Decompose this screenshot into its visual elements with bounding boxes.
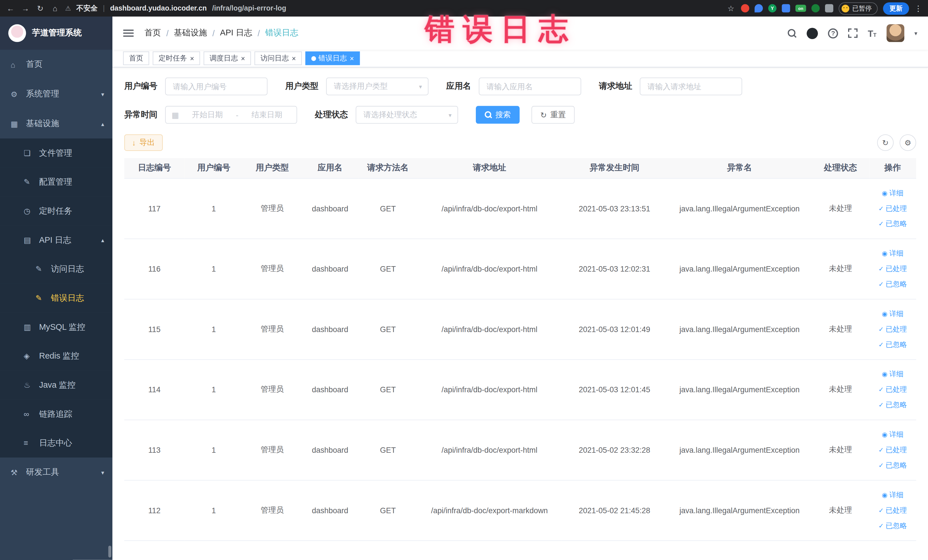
extension-pin-icon[interactable] (825, 4, 833, 12)
github-icon[interactable] (807, 27, 818, 38)
extension-green-icon[interactable]: Y (768, 4, 777, 12)
sidebar-item-3[interactable]: ❏文件管理 (0, 138, 112, 168)
action-link-0[interactable]: ◉详细 (882, 366, 904, 381)
reload-icon[interactable]: ↻ (35, 4, 45, 12)
action-link-2[interactable]: ✓已忽略 (878, 518, 907, 533)
bookmark-star-icon[interactable]: ☆ (726, 4, 736, 12)
sidebar-item-7[interactable]: ✎访问日志 (0, 255, 112, 284)
font-size-icon[interactable]: TT (868, 28, 876, 38)
breadcrumb-item[interactable]: 错误日志 (265, 28, 298, 38)
sidebar-item-0[interactable]: ⌂首页 (0, 50, 112, 79)
sidebar-item-5[interactable]: ◷定时任务 (0, 197, 112, 226)
close-icon[interactable]: × (241, 55, 245, 62)
user-id-input[interactable] (165, 78, 267, 95)
url-path[interactable]: /infra/log/api-error-log (212, 4, 286, 12)
fullscreen-icon[interactable] (849, 29, 858, 38)
action-link-2[interactable]: ✓已忽略 (878, 277, 907, 291)
sidebar-item-6[interactable]: ▤API 日志▴ (0, 225, 112, 255)
caret-down-icon: ▾ (419, 83, 422, 90)
tab-2[interactable]: 调度日志× (204, 51, 251, 65)
tab-4[interactable]: 错误日志× (305, 51, 360, 65)
action-link-0[interactable]: ◉详细 (882, 427, 904, 442)
action-link-2[interactable]: ✓已忽略 (878, 337, 907, 352)
back-icon[interactable]: ← (6, 4, 15, 12)
navbar-right: ? TT ▾ (788, 24, 917, 42)
tab-1[interactable]: 定时任务× (153, 51, 200, 65)
extension-blue-drop-icon[interactable] (754, 4, 763, 12)
user-avatar[interactable] (887, 24, 904, 42)
user-type-select[interactable]: 请选择用户类型 ▾ (326, 78, 429, 95)
hamburger-icon[interactable] (123, 30, 134, 37)
warning-icon: ⚠ (65, 5, 71, 12)
action-label: 已忽略 (885, 458, 907, 473)
action-link-0[interactable]: ◉详细 (882, 185, 904, 200)
sidebar-item-10[interactable]: ◈Redis 监控 (0, 342, 112, 371)
extension-red-icon[interactable] (741, 4, 749, 12)
sidebar-item-13[interactable]: ≡日志中心 (0, 429, 112, 458)
column-header: 异常名 (667, 158, 812, 178)
sidebar-item-14[interactable]: ⚒研发工具▾ (0, 458, 112, 487)
browser-home-icon[interactable]: ⌂ (50, 4, 60, 12)
sidebar-item-12[interactable]: ∞链路追踪 (0, 400, 112, 429)
breadcrumb-item[interactable]: 首页 (144, 28, 161, 38)
avatar-caret-down-icon[interactable]: ▾ (914, 30, 917, 37)
process-status-select[interactable]: 请选择处理状态 ▾ (356, 106, 458, 124)
action-link-0[interactable]: ◉详细 (882, 487, 904, 502)
breadcrumb-item[interactable]: API 日志 (220, 28, 252, 38)
search-icon[interactable] (788, 29, 797, 38)
request-url-input[interactable] (640, 78, 742, 95)
action-link-0[interactable]: ◉详细 (882, 246, 904, 261)
reset-button[interactable]: ↻ 重置 (531, 106, 575, 124)
paused-extension-button[interactable]: 已暂停 (839, 2, 878, 15)
chevron-down-icon: ▾ (101, 91, 104, 97)
sidebar-item-9[interactable]: ▥MySQL 监控 (0, 312, 112, 342)
sidebar-item-2[interactable]: ▦基础设施▴ (0, 109, 112, 139)
export-button[interactable]: ↓ 导出 (124, 134, 163, 151)
close-icon[interactable]: × (292, 55, 296, 62)
action-link-1[interactable]: ✓已处理 (878, 261, 907, 276)
search-button[interactable]: 搜索 (476, 106, 520, 124)
table-header-row: 日志编号用户编号用户类型应用名请求方法名请求地址异常发生时间异常名处理状态操作 (124, 158, 916, 178)
sidebar-item-label: 链路追踪 (39, 409, 72, 420)
update-button[interactable]: 更新 (883, 2, 909, 15)
sidebar-scrollbar[interactable] (108, 546, 111, 557)
help-icon[interactable]: ? (828, 28, 838, 38)
date-range-picker[interactable]: ▦ 开始日期 - 结束日期 (165, 106, 297, 124)
action-link-2[interactable]: ✓已忽略 (878, 216, 907, 231)
tab-0[interactable]: 首页 (123, 51, 149, 65)
extension-leaf-icon[interactable] (811, 4, 820, 12)
security-label[interactable]: 不安全 (76, 3, 98, 13)
action-link-1[interactable]: ✓已处理 (878, 443, 907, 457)
column-header: 请求方法名 (359, 158, 417, 178)
settings-button[interactable]: ⚙ (899, 134, 916, 151)
action-link-1[interactable]: ✓已处理 (878, 503, 907, 517)
tab-3[interactable]: 访问日志× (255, 51, 302, 65)
refresh-button[interactable]: ↻ (877, 134, 894, 151)
sidebar-item-4[interactable]: ✎配置管理 (0, 168, 112, 197)
sidebar-item-11[interactable]: ♨Java 监控 (0, 371, 112, 400)
action-link-2[interactable]: ✓已忽略 (878, 458, 907, 473)
action-link-1[interactable]: ✓已处理 (878, 201, 907, 216)
cell-id: 115 (124, 299, 185, 359)
breadcrumb-item[interactable]: 基础设施 (174, 28, 207, 38)
extension-on-badge-icon[interactable]: on (795, 5, 806, 12)
url-domain[interactable]: dashboard.yudao.iocoder.cn (110, 4, 207, 12)
cell-user-id: 1 (185, 420, 243, 480)
forward-icon[interactable]: → (21, 4, 30, 12)
sidebar-logo[interactable]: 芋道管理系统 (0, 17, 112, 50)
extension-grid-icon[interactable] (782, 4, 790, 12)
action-link-1[interactable]: ✓已处理 (878, 382, 907, 397)
close-icon[interactable]: × (190, 55, 194, 62)
app-name-input[interactable] (479, 78, 581, 95)
check-icon: ✓ (878, 503, 884, 517)
cell-status: 未处理 (812, 359, 869, 420)
action-link-1[interactable]: ✓已处理 (878, 322, 907, 337)
action-link-2[interactable]: ✓已忽略 (878, 397, 907, 412)
sidebar-item-8[interactable]: ✎错误日志 (0, 284, 112, 313)
close-icon[interactable]: × (350, 55, 354, 62)
dots-menu-icon[interactable]: ⋮ (914, 4, 922, 12)
column-header: 请求地址 (417, 158, 562, 178)
action-link-0[interactable]: ◉详细 (882, 307, 904, 321)
sidebar-item-1[interactable]: ⚙系统管理▾ (0, 79, 112, 109)
check-icon: ✓ (878, 216, 884, 231)
